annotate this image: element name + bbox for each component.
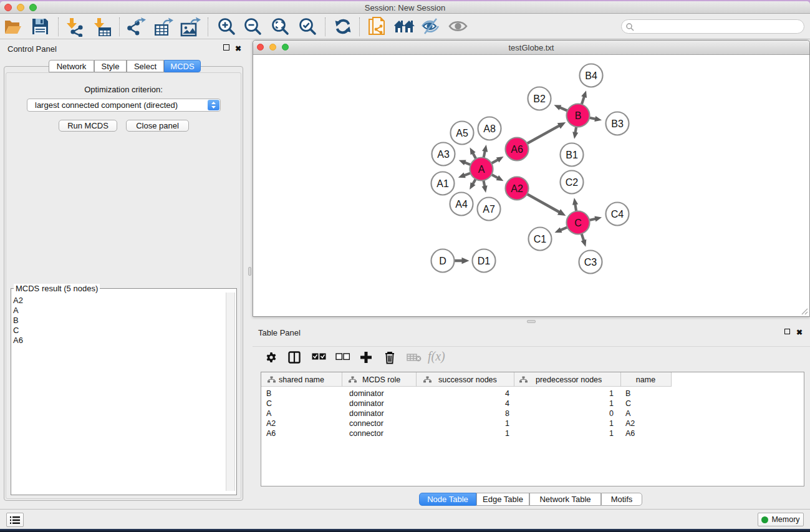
svg-text:A8: A8 [483,123,496,134]
svg-text:C2: C2 [566,177,579,188]
svg-text:A4: A4 [455,199,468,210]
svg-text:C4: C4 [611,209,624,220]
svg-text:C1: C1 [534,234,547,244]
svg-text:A5: A5 [456,128,468,138]
svg-text:A2: A2 [511,183,523,194]
svg-text:B1: B1 [566,150,578,160]
svg-text:A6: A6 [511,144,523,155]
svg-text:C3: C3 [584,257,597,268]
svg-text:B3: B3 [611,118,624,129]
svg-text:B: B [575,110,582,121]
svg-text:A3: A3 [437,149,450,160]
svg-text:C: C [574,218,582,228]
svg-text:D: D [439,256,446,266]
svg-text:A1: A1 [436,178,449,189]
svg-text:B4: B4 [585,70,597,81]
svg-text:B2: B2 [533,94,546,104]
svg-text:A7: A7 [483,204,495,215]
svg-text:D1: D1 [478,256,491,266]
svg-text:A: A [478,164,485,175]
